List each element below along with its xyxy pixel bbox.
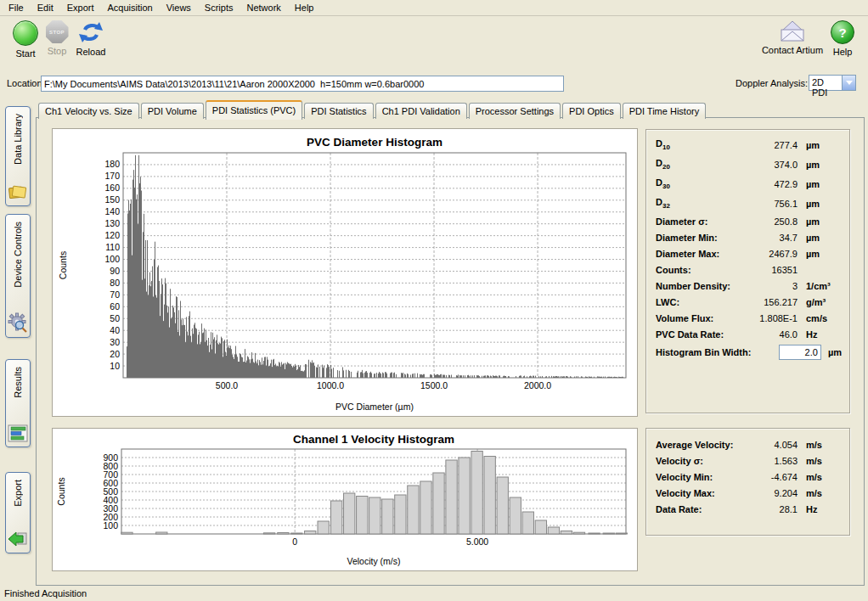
help-label: Help [833, 47, 853, 57]
stat-value: 374.0 [736, 160, 798, 170]
tab-ch1-velocity-vs-size[interactable]: Ch1 Velocity vs. Size [38, 103, 139, 119]
stat-unit: µm [798, 233, 842, 243]
doppler-analysis-value: 2D PDI [809, 76, 842, 90]
svg-text:PVC Diameter Histogram: PVC Diameter Histogram [307, 136, 442, 149]
svg-text:70: 70 [110, 289, 120, 300]
menu-item-edit[interactable]: Edit [31, 1, 60, 14]
gear-icon [8, 312, 28, 333]
svg-text:PVC Diameter (µm): PVC Diameter (µm) [335, 402, 414, 412]
stop-button[interactable]: STOP Stop [40, 20, 74, 56]
tab-pdi-optics[interactable]: PDI Optics [562, 103, 621, 119]
velocity-statistics-rows: Average Velocity:4.054m/sVelocity σ:1.56… [646, 436, 849, 517]
menu-item-help[interactable]: Help [288, 1, 321, 14]
menu-item-acquisition[interactable]: Acquisition [101, 1, 160, 14]
stat-row: Average Velocity:4.054m/s [646, 436, 849, 452]
sidebar-item-label: Export [13, 480, 23, 507]
svg-text:80: 80 [110, 278, 120, 288]
reload-label: Reload [76, 47, 106, 57]
stat-row: Data Rate:28.1Hz [646, 501, 849, 517]
stat-value: 156.217 [736, 297, 798, 307]
stat-value: 28.1 [736, 504, 798, 514]
tab-content-pane: PVC Diameter Histogram102030405060708090… [36, 117, 865, 586]
tab-pdi-statistics[interactable]: PDI Statistics [304, 103, 373, 119]
tab-processor-settings[interactable]: Processor Settings [469, 103, 561, 119]
stat-unit: m/s [798, 488, 842, 498]
stat-label: Average Velocity: [656, 440, 736, 450]
svg-text:40: 40 [110, 325, 120, 335]
svg-text:150: 150 [104, 194, 120, 205]
stat-unit: g/m³ [798, 297, 842, 307]
svg-text:1500.0: 1500.0 [420, 380, 448, 390]
tab-pdi-time-history[interactable]: PDI Time History [623, 103, 707, 119]
menu-item-views[interactable]: Views [160, 1, 198, 14]
stat-row: D10277.4µm [646, 135, 849, 154]
stat-label: Counts: [656, 265, 736, 275]
stat-row: Velocity σ:1.563m/s [646, 452, 849, 469]
export-arrow-icon [8, 530, 28, 548]
menu-item-scripts[interactable]: Scripts [198, 1, 240, 14]
svg-text:50: 50 [110, 313, 120, 323]
pvc-statistics-panel: D10277.4µmD20374.0µmD30472.9µmD32756.1µm… [645, 129, 850, 413]
stat-value: 250.8 [736, 216, 798, 227]
stat-value: 4.054 [736, 440, 798, 450]
contact-artium-label: Contact Artium [762, 45, 823, 55]
reload-icon [78, 20, 104, 44]
stat-value: 472.9 [736, 179, 798, 189]
velocity-histogram-plot: Channel 1 Velocity Histogram100200300400… [53, 429, 637, 570]
svg-text:60: 60 [110, 301, 120, 312]
chevron-down-icon[interactable] [842, 76, 855, 90]
svg-text:170: 170 [104, 171, 120, 181]
stat-row: Diameter σ:250.8µm [646, 213, 849, 229]
main-panel: Ch1 Velocity vs. SizePDI VolumePDI Stati… [36, 100, 865, 586]
stat-value: 9.204 [736, 488, 798, 498]
sidebar-item-device-controls[interactable]: Device Controls [5, 214, 31, 338]
stat-label: Velocity Min: [656, 472, 736, 482]
stat-label: Diameter σ: [656, 216, 736, 227]
menu-item-export[interactable]: Export [60, 1, 101, 14]
sidebar-item-results[interactable]: Results [5, 359, 31, 447]
contact-artium-button[interactable]: Contact Artium [761, 20, 824, 55]
svg-text:30: 30 [110, 337, 120, 347]
stat-unit: µm [798, 160, 842, 170]
stat-row: Diameter Max:2467.9µm [646, 245, 849, 261]
stat-value: 277.4 [736, 140, 798, 150]
tab-pdi-volume[interactable]: PDI Volume [141, 103, 204, 119]
stat-label: Velocity Max: [656, 488, 736, 498]
svg-text:160: 160 [104, 183, 120, 193]
stat-unit: m/s [798, 440, 842, 450]
sidebar-item-data-library[interactable]: Data Library [5, 106, 31, 206]
stat-label: D30 [656, 177, 736, 190]
stat-label: D10 [656, 138, 736, 151]
location-input[interactable] [41, 76, 564, 92]
stat-unit: µm [798, 249, 842, 259]
bar-chart-icon [8, 424, 28, 442]
tab-ch1-pdi-validation[interactable]: Ch1 PDI Validation [375, 103, 467, 119]
tab-strip: Ch1 Velocity vs. SizePDI VolumePDI Stati… [38, 100, 707, 119]
stat-unit: Hz [798, 504, 842, 514]
stat-value: -4.674 [736, 472, 798, 482]
svg-text:130: 130 [104, 218, 120, 228]
help-button[interactable]: ? Help [826, 20, 860, 57]
stat-row: LWC:156.217g/m³ [646, 294, 849, 310]
menu-item-network[interactable]: Network [240, 1, 287, 14]
stat-unit: µm [798, 199, 842, 209]
menu-bar: FileEditExportAcquisitionViewsScriptsNet… [0, 0, 868, 16]
sidebar-item-label: Data Library [13, 114, 23, 165]
svg-text:Velocity (m/s): Velocity (m/s) [347, 556, 400, 566]
reload-button[interactable]: Reload [71, 20, 110, 57]
stat-value: 3 [736, 281, 798, 291]
start-button[interactable]: Start [7, 20, 44, 59]
sidebar-item-export[interactable]: Export [5, 472, 31, 553]
stat-value: 16351 [736, 265, 798, 275]
menu-item-file[interactable]: File [2, 1, 31, 14]
pvc-diameter-histogram-plot: PVC Diameter Histogram102030405060708090… [53, 129, 637, 416]
velocity-histogram-chart: Channel 1 Velocity Histogram100200300400… [52, 428, 638, 571]
stat-label: PVC Data Rate: [656, 329, 736, 340]
doppler-analysis-dropdown[interactable]: 2D PDI [809, 75, 856, 91]
start-label: Start [15, 48, 35, 59]
svg-text:20: 20 [110, 349, 120, 359]
histogram-bin-width-input[interactable] [779, 345, 821, 360]
stat-unit: µm [798, 140, 842, 150]
tab-pdi-statistics-pvc[interactable]: PDI Statistics (PVC) [206, 100, 302, 120]
stat-row: Counts:16351 [646, 261, 849, 278]
